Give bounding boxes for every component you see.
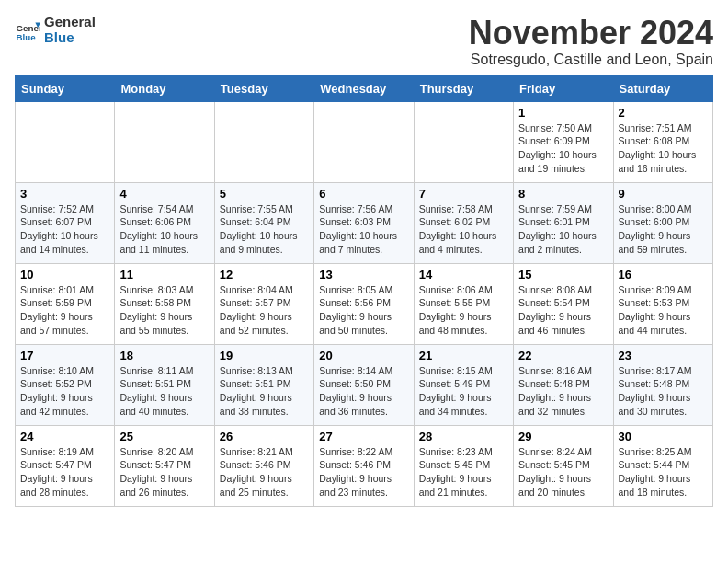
day-info: Sunrise: 7:50 AMSunset: 6:09 PMDaylight:… [518, 121, 608, 176]
day-info: Sunrise: 8:03 AMSunset: 5:58 PMDaylight:… [119, 283, 209, 338]
day-info: Sunrise: 7:56 AMSunset: 6:03 PMDaylight:… [319, 202, 408, 257]
col-friday: Friday [514, 75, 613, 101]
calendar-cell: 29Sunrise: 8:24 AMSunset: 5:45 PMDayligh… [514, 425, 613, 506]
day-info: Sunrise: 7:52 AMSunset: 6:07 PMDaylight:… [20, 202, 109, 257]
day-info: Sunrise: 8:09 AMSunset: 5:53 PMDaylight:… [619, 283, 708, 338]
day-number: 1 [518, 106, 608, 120]
day-info: Sunrise: 8:24 AMSunset: 5:45 PMDaylight:… [518, 445, 608, 500]
day-info: Sunrise: 8:04 AMSunset: 5:57 PMDaylight:… [220, 283, 309, 338]
day-info: Sunrise: 7:58 AMSunset: 6:02 PMDaylight:… [419, 202, 508, 257]
day-info: Sunrise: 8:00 AMSunset: 6:00 PMDaylight:… [619, 202, 708, 257]
logo-blue-text: Blue [44, 29, 74, 45]
day-info: Sunrise: 8:08 AMSunset: 5:54 PMDaylight:… [518, 283, 608, 338]
col-thursday: Thursday [414, 75, 513, 101]
month-title: November 2024 [469, 15, 713, 52]
day-number: 25 [119, 430, 209, 443]
calendar-cell [214, 101, 313, 182]
day-number: 10 [20, 268, 109, 282]
day-info: Sunrise: 8:10 AMSunset: 5:52 PMDaylight:… [20, 364, 109, 419]
calendar-cell: 22Sunrise: 8:16 AMSunset: 5:48 PMDayligh… [514, 344, 613, 425]
logo-icon: General Blue [15, 17, 40, 43]
svg-text:Blue: Blue [16, 31, 36, 41]
calendar-cell: 17Sunrise: 8:10 AMSunset: 5:52 PMDayligh… [16, 344, 115, 425]
day-number: 18 [119, 349, 209, 362]
day-info: Sunrise: 8:22 AMSunset: 5:46 PMDaylight:… [319, 445, 408, 500]
calendar-cell: 3Sunrise: 7:52 AMSunset: 6:07 PMDaylight… [16, 182, 115, 263]
day-info: Sunrise: 8:17 AMSunset: 5:48 PMDaylight:… [619, 364, 708, 419]
day-number: 9 [619, 187, 708, 201]
calendar-cell: 8Sunrise: 7:59 AMSunset: 6:01 PMDaylight… [514, 182, 613, 263]
day-number: 29 [518, 430, 608, 443]
calendar-cell: 1Sunrise: 7:50 AMSunset: 6:09 PMDaylight… [514, 101, 613, 182]
day-info: Sunrise: 8:05 AMSunset: 5:56 PMDaylight:… [319, 283, 408, 338]
day-number: 2 [619, 106, 708, 120]
week-row-4: 17Sunrise: 8:10 AMSunset: 5:52 PMDayligh… [16, 344, 713, 425]
location-title: Sotresgudo, Castille and Leon, Spain [469, 52, 713, 68]
page-header: General Blue General Blue November 2024 … [15, 15, 713, 68]
day-number: 23 [619, 349, 708, 362]
calendar-cell: 9Sunrise: 8:00 AMSunset: 6:00 PMDaylight… [613, 182, 712, 263]
day-number: 27 [319, 430, 408, 443]
day-number: 28 [419, 430, 508, 443]
calendar-table: Sunday Monday Tuesday Wednesday Thursday… [15, 75, 713, 507]
calendar-cell: 16Sunrise: 8:09 AMSunset: 5:53 PMDayligh… [613, 263, 712, 344]
day-info: Sunrise: 8:19 AMSunset: 5:47 PMDaylight:… [20, 445, 109, 500]
calendar-header-row: Sunday Monday Tuesday Wednesday Thursday… [16, 75, 713, 101]
calendar-cell: 30Sunrise: 8:25 AMSunset: 5:44 PMDayligh… [613, 425, 712, 506]
day-number: 13 [319, 268, 408, 282]
calendar-cell: 23Sunrise: 8:17 AMSunset: 5:48 PMDayligh… [613, 344, 712, 425]
col-monday: Monday [115, 75, 214, 101]
logo-general-text: General [44, 14, 96, 29]
calendar-cell: 11Sunrise: 8:03 AMSunset: 5:58 PMDayligh… [115, 263, 214, 344]
day-info: Sunrise: 8:15 AMSunset: 5:49 PMDaylight:… [419, 364, 508, 419]
day-number: 11 [119, 268, 209, 282]
calendar-cell: 20Sunrise: 8:14 AMSunset: 5:50 PMDayligh… [314, 344, 414, 425]
day-info: Sunrise: 8:11 AMSunset: 5:51 PMDaylight:… [119, 364, 209, 419]
col-tuesday: Tuesday [214, 75, 313, 101]
day-info: Sunrise: 8:13 AMSunset: 5:51 PMDaylight:… [220, 364, 309, 419]
calendar-cell [115, 101, 214, 182]
day-info: Sunrise: 8:06 AMSunset: 5:55 PMDaylight:… [419, 283, 508, 338]
day-number: 21 [419, 349, 508, 362]
day-info: Sunrise: 8:23 AMSunset: 5:45 PMDaylight:… [419, 445, 508, 500]
day-number: 7 [419, 187, 508, 201]
title-area: November 2024 Sotresgudo, Castille and L… [469, 15, 713, 68]
day-number: 5 [220, 187, 309, 201]
day-info: Sunrise: 7:51 AMSunset: 6:08 PMDaylight:… [619, 121, 708, 176]
calendar-cell: 28Sunrise: 8:23 AMSunset: 5:45 PMDayligh… [414, 425, 513, 506]
day-info: Sunrise: 8:14 AMSunset: 5:50 PMDaylight:… [319, 364, 408, 419]
day-info: Sunrise: 8:25 AMSunset: 5:44 PMDaylight:… [619, 445, 708, 500]
calendar-cell: 5Sunrise: 7:55 AMSunset: 6:04 PMDaylight… [214, 182, 313, 263]
day-number: 22 [518, 349, 608, 362]
week-row-5: 24Sunrise: 8:19 AMSunset: 5:47 PMDayligh… [16, 425, 713, 506]
calendar-cell: 24Sunrise: 8:19 AMSunset: 5:47 PMDayligh… [16, 425, 115, 506]
col-wednesday: Wednesday [314, 75, 414, 101]
calendar-cell: 25Sunrise: 8:20 AMSunset: 5:47 PMDayligh… [115, 425, 214, 506]
week-row-3: 10Sunrise: 8:01 AMSunset: 5:59 PMDayligh… [16, 263, 713, 344]
calendar-cell: 7Sunrise: 7:58 AMSunset: 6:02 PMDaylight… [414, 182, 513, 263]
day-number: 12 [220, 268, 309, 282]
day-number: 14 [419, 268, 508, 282]
day-info: Sunrise: 8:21 AMSunset: 5:46 PMDaylight:… [220, 445, 309, 500]
week-row-1: 1Sunrise: 7:50 AMSunset: 6:09 PMDaylight… [16, 101, 713, 182]
day-number: 3 [20, 187, 109, 201]
calendar-cell: 21Sunrise: 8:15 AMSunset: 5:49 PMDayligh… [414, 344, 513, 425]
col-saturday: Saturday [613, 75, 712, 101]
day-number: 6 [319, 187, 408, 201]
day-number: 20 [319, 349, 408, 362]
calendar-cell: 18Sunrise: 8:11 AMSunset: 5:51 PMDayligh… [115, 344, 214, 425]
day-number: 30 [619, 430, 708, 443]
day-number: 15 [518, 268, 608, 282]
day-info: Sunrise: 8:01 AMSunset: 5:59 PMDaylight:… [20, 283, 109, 338]
calendar-cell: 2Sunrise: 7:51 AMSunset: 6:08 PMDaylight… [613, 101, 712, 182]
day-number: 8 [518, 187, 608, 201]
calendar-cell: 10Sunrise: 8:01 AMSunset: 5:59 PMDayligh… [16, 263, 115, 344]
calendar-cell: 6Sunrise: 7:56 AMSunset: 6:03 PMDaylight… [314, 182, 414, 263]
calendar-cell: 12Sunrise: 8:04 AMSunset: 5:57 PMDayligh… [214, 263, 313, 344]
day-number: 26 [220, 430, 309, 443]
calendar-cell: 13Sunrise: 8:05 AMSunset: 5:56 PMDayligh… [314, 263, 414, 344]
day-info: Sunrise: 7:59 AMSunset: 6:01 PMDaylight:… [518, 202, 608, 257]
day-info: Sunrise: 8:20 AMSunset: 5:47 PMDaylight:… [119, 445, 209, 500]
day-number: 17 [20, 349, 109, 362]
calendar-cell [314, 101, 414, 182]
